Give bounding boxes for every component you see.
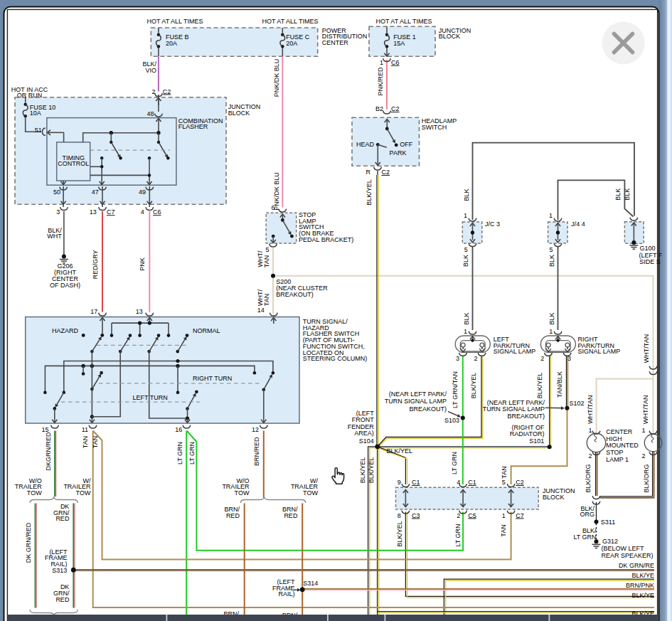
svg-text:2: 2 <box>151 88 155 95</box>
svg-text:20A: 20A <box>286 40 297 47</box>
svg-text:OFF: OFF <box>400 141 412 148</box>
svg-text:LAMP 1: LAMP 1 <box>606 456 629 463</box>
svg-text:C2: C2 <box>516 479 524 486</box>
svg-text:1: 1 <box>549 328 553 335</box>
svg-text:BRN/PNK: BRN/PNK <box>626 582 654 589</box>
svg-text:BLK/ORG: BLK/ORG <box>643 464 650 492</box>
svg-text:TOW: TOW <box>235 489 250 497</box>
svg-text:PNK/RED: PNK/RED <box>377 67 384 96</box>
svg-text:BREAKOUT): BREAKOUT) <box>409 405 447 413</box>
svg-text:BLK: BLK <box>548 255 555 267</box>
svg-text:BLOCK: BLOCK <box>228 110 250 117</box>
svg-text:4: 4 <box>141 208 144 216</box>
svg-text:C3: C3 <box>412 512 420 519</box>
svg-text:3: 3 <box>567 355 571 362</box>
svg-text:S104: S104 <box>359 437 374 445</box>
svg-text:R: R <box>366 169 371 176</box>
svg-text:(BELOW LEFT: (BELOW LEFT <box>601 545 644 552</box>
svg-text:8: 8 <box>398 512 401 519</box>
svg-text:MOUNTED: MOUNTED <box>606 442 639 449</box>
svg-text:1: 1 <box>549 212 553 219</box>
svg-text:TAN: TAN <box>263 294 270 306</box>
svg-text:15A: 15A <box>393 40 405 47</box>
svg-text:49: 49 <box>139 189 146 196</box>
svg-text:TAN/BLK: TAN/BLK <box>556 371 563 398</box>
svg-text:BLOCK: BLOCK <box>543 494 565 501</box>
svg-text:2: 2 <box>474 355 477 362</box>
svg-text:1: 1 <box>642 427 646 434</box>
svg-text:CENTER: CENTER <box>322 39 349 46</box>
svg-text:STEERING COLUMN): STEERING COLUMN) <box>303 355 368 362</box>
svg-text:9: 9 <box>398 479 401 486</box>
svg-text:LT GRN: LT GRN <box>176 442 183 465</box>
svg-text:S102: S102 <box>569 400 584 407</box>
svg-text:FLASHER: FLASHER <box>178 123 208 130</box>
svg-text:1: 1 <box>502 512 506 519</box>
svg-text:1: 1 <box>588 427 592 434</box>
svg-text:C6: C6 <box>153 208 161 216</box>
svg-text:3: 3 <box>456 355 459 362</box>
svg-text:10A: 10A <box>30 110 41 117</box>
svg-text:5: 5 <box>549 246 553 253</box>
svg-text:4: 4 <box>457 479 460 486</box>
svg-text:17: 17 <box>90 308 97 315</box>
svg-text:BREAKOUT): BREAKOUT) <box>507 413 545 420</box>
svg-text:BLK/YEL: BLK/YEL <box>470 373 477 399</box>
svg-text:S313: S313 <box>52 567 67 574</box>
svg-text:RAIL): RAIL) <box>279 590 295 598</box>
svg-text:S101: S101 <box>529 437 544 445</box>
svg-text:TOW: TOW <box>27 489 42 497</box>
svg-text:C2: C2 <box>391 105 400 112</box>
svg-text:SWITCH: SWITCH <box>422 124 447 131</box>
svg-text:16: 16 <box>175 426 182 433</box>
svg-text:BLK/YEL: BLK/YEL <box>536 373 543 399</box>
svg-text:BREAKOUT): BREAKOUT) <box>276 291 314 298</box>
svg-text:LEFT TURN: LEFT TURN <box>133 394 168 401</box>
svg-text:J/4 4: J/4 4 <box>571 221 585 228</box>
svg-text:BLK/YEL: BLK/YEL <box>366 179 373 206</box>
svg-text:11: 11 <box>82 426 88 433</box>
svg-text:TAN: TAN <box>500 524 507 536</box>
svg-text:C5: C5 <box>468 512 476 519</box>
svg-text:HOT AT ALL TIMES: HOT AT ALL TIMES <box>262 18 318 25</box>
svg-text:BLK: BLK <box>614 189 622 201</box>
svg-text:FRONT: FRONT <box>352 416 374 423</box>
svg-text:BLK/YEL: BLK/YEL <box>396 521 403 547</box>
svg-text:51: 51 <box>35 127 42 134</box>
svg-text:CONTROL: CONTROL <box>58 160 89 167</box>
svg-text:13: 13 <box>136 308 143 315</box>
svg-text:BLK: BLK <box>463 312 470 324</box>
svg-text:SIDE S: SIDE S <box>639 258 661 265</box>
svg-text:BLK/YE: BLK/YE <box>631 592 654 599</box>
svg-text:RIGHT TURN: RIGHT TURN <box>193 375 232 382</box>
svg-text:BRN/RED: BRN/RED <box>253 437 260 466</box>
svg-text:HOT AT ALL TIMES: HOT AT ALL TIMES <box>375 18 432 25</box>
svg-text:(LEFT: (LEFT <box>356 410 375 417</box>
svg-text:LT GRN: LT GRN <box>451 452 458 474</box>
svg-text:20A: 20A <box>166 40 177 47</box>
svg-text:ORG: ORG <box>580 511 595 518</box>
svg-text:C2: C2 <box>382 169 390 176</box>
svg-text:RED: RED <box>284 512 298 519</box>
svg-text:BLK: BLK <box>462 255 469 267</box>
svg-text:S314: S314 <box>303 580 318 587</box>
svg-text:TOW: TOW <box>76 489 91 497</box>
svg-text:FENDER: FENDER <box>348 423 375 430</box>
svg-text:BLK: BLK <box>463 189 470 201</box>
svg-text:BLK: BLK <box>624 189 631 201</box>
svg-text:J/C 3: J/C 3 <box>485 221 500 228</box>
svg-text:G312: G312 <box>602 538 618 545</box>
svg-text:STOP: STOP <box>606 449 623 456</box>
svg-text:BLK/YEL: BLK/YEL <box>359 457 366 484</box>
svg-text:BLK/YEL: BLK/YEL <box>368 457 375 484</box>
svg-text:48: 48 <box>147 110 154 117</box>
svg-text:RED: RED <box>55 596 70 603</box>
svg-text:C7: C7 <box>516 512 524 519</box>
svg-text:G100: G100 <box>640 245 656 252</box>
svg-text:BLK/YEL: BLK/YEL <box>387 447 413 455</box>
svg-text:5: 5 <box>464 246 468 253</box>
svg-text:S311: S311 <box>601 519 615 526</box>
svg-text:OF DASH): OF DASH) <box>50 282 80 289</box>
svg-text:PEDAL BRACKET): PEDAL BRACKET) <box>299 236 353 243</box>
svg-text:13: 13 <box>90 208 97 216</box>
